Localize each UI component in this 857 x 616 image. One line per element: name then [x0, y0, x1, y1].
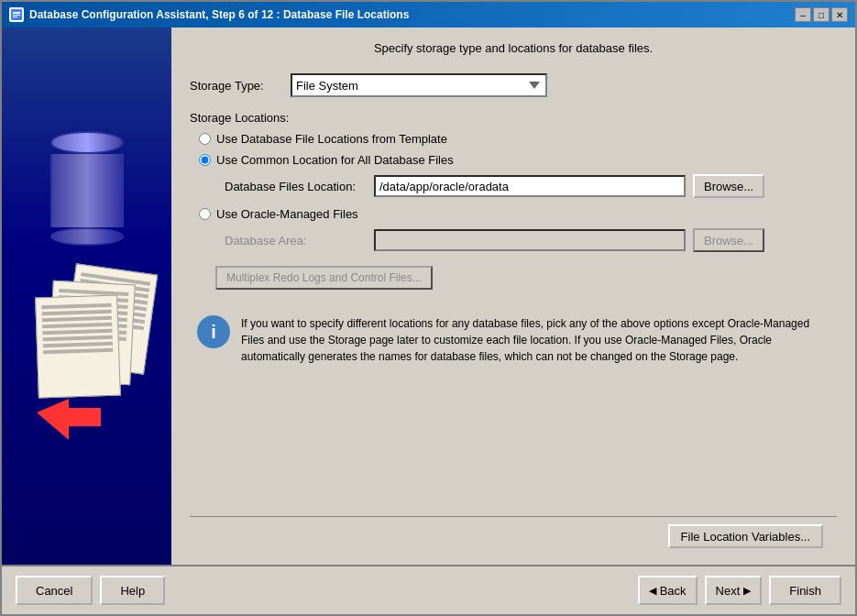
- main-window: Database Configuration Assistant, Step 6…: [0, 0, 857, 616]
- radio-group: Use Database File Locations from Templat…: [199, 132, 837, 261]
- multiplex-button: Multiplex Redo Logs and Control Files...: [215, 266, 433, 290]
- maximize-button[interactable]: □: [813, 7, 830, 22]
- help-button[interactable]: Help: [100, 576, 165, 605]
- finish-button[interactable]: Finish: [769, 576, 841, 605]
- footer: Cancel Help ◀ Back Next ▶ Finish: [2, 565, 855, 614]
- bottom-bar: File Location Variables...: [190, 516, 837, 556]
- title-bar-buttons: – □ ✕: [795, 7, 848, 22]
- title-bar-left: Database Configuration Assistant, Step 6…: [9, 7, 409, 22]
- radio-common-label: Use Common Location for All Database Fil…: [216, 153, 454, 167]
- file-location-label: Database Files Location:: [225, 180, 367, 193]
- db-area-row: Database Area: Browse...: [225, 228, 837, 252]
- next-button[interactable]: Next ▶: [705, 576, 763, 605]
- svg-marker-4: [37, 399, 101, 440]
- radio-oracle-managed-label: Use Oracle-Managed Files: [216, 207, 358, 221]
- browse-disabled-button: Browse...: [693, 228, 764, 252]
- svg-rect-3: [13, 16, 17, 17]
- svg-rect-1: [13, 12, 20, 14]
- db-area-input: [374, 229, 686, 251]
- svg-rect-2: [13, 15, 20, 16]
- info-icon: i: [197, 315, 230, 348]
- next-label: Next: [716, 584, 741, 598]
- window-title: Database Configuration Assistant, Step 6…: [29, 8, 409, 21]
- db-cylinder-icon: [50, 131, 124, 246]
- file-location-row: Database Files Location: Browse...: [225, 174, 837, 198]
- file-location-input[interactable]: [374, 175, 686, 197]
- main-panel: Specify storage type and locations for d…: [171, 28, 855, 565]
- file-location-vars-button[interactable]: File Location Variables...: [668, 524, 823, 548]
- instruction-text: Specify storage type and locations for d…: [190, 41, 837, 55]
- back-label: Back: [660, 584, 687, 598]
- doc-stack-icon: [32, 269, 151, 434]
- multiplex-row: Multiplex Redo Logs and Control Files...: [190, 261, 837, 290]
- storage-type-label: Storage Type:: [190, 79, 281, 93]
- radio-common-row: Use Common Location for All Database Fil…: [199, 153, 837, 167]
- info-text: If you want to specify different locatio…: [241, 315, 830, 365]
- footer-left: Cancel Help: [16, 576, 165, 605]
- sidebar-illustration: [18, 113, 156, 479]
- content-area: Specify storage type and locations for d…: [2, 28, 855, 565]
- radio-template-label: Use Database File Locations from Templat…: [216, 132, 447, 146]
- minimize-button[interactable]: –: [795, 7, 811, 22]
- db-area-label: Database Area:: [225, 234, 367, 248]
- sidebar: [2, 28, 171, 565]
- storage-locations-label: Storage Locations:: [190, 111, 837, 125]
- radio-common[interactable]: [199, 154, 211, 166]
- radio-template-row: Use Database File Locations from Templat…: [199, 132, 837, 146]
- back-button[interactable]: ◀ Back: [638, 576, 698, 605]
- radio-template[interactable]: [199, 133, 211, 145]
- back-arrow-icon: ◀: [649, 585, 656, 597]
- cancel-button[interactable]: Cancel: [16, 576, 93, 605]
- info-box: i If you want to specify different locat…: [190, 308, 837, 372]
- close-button[interactable]: ✕: [831, 7, 848, 22]
- storage-type-select[interactable]: File System ASM RAW: [291, 73, 547, 97]
- browse-button[interactable]: Browse...: [693, 174, 764, 198]
- next-arrow-icon: ▶: [743, 585, 751, 597]
- title-bar: Database Configuration Assistant, Step 6…: [2, 2, 855, 28]
- radio-oracle-managed-row: Use Oracle-Managed Files: [199, 207, 837, 221]
- radio-oracle-managed[interactable]: [199, 208, 211, 220]
- footer-right: ◀ Back Next ▶ Finish: [638, 576, 841, 605]
- app-icon: [9, 7, 24, 22]
- storage-type-row: Storage Type: File System ASM RAW: [190, 73, 837, 97]
